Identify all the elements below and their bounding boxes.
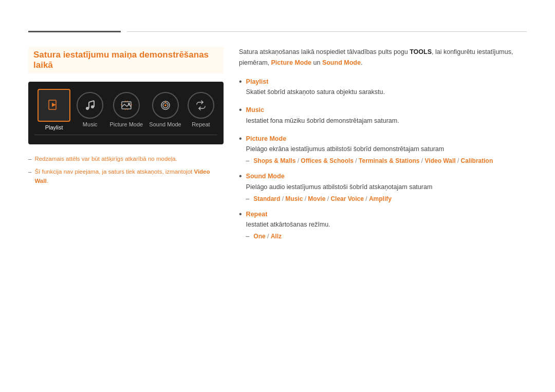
player-divider <box>34 135 217 135</box>
repeat-icon-circle <box>188 92 214 119</box>
picture-mode-options: Shops & Malls / Offices & Schools / Term… <box>253 156 493 165</box>
bullet-list: • Playlist Skatiet šobrīd atskaņoto satu… <box>239 77 527 241</box>
player-icons: Playlist Musi <box>34 89 217 130</box>
option-allz: Allz <box>271 233 282 240</box>
option-terminals: Terminals & Stations <box>359 157 419 164</box>
repeat-label: Repeat <box>192 121 210 127</box>
option-shops-malls: Shops & Malls <box>253 157 295 164</box>
bullet-picture-mode: • Picture Mode Pielágo ekrāna iestatījum… <box>239 134 527 166</box>
svg-point-11 <box>164 104 166 106</box>
player-widget: Playlist Musi <box>28 82 224 144</box>
option-movie: Movie <box>308 195 325 202</box>
option-offices-schools: Offices & Schools <box>301 157 354 164</box>
notes-section: – Redzamais attēls var būt atšķirīgs atk… <box>28 155 224 185</box>
music-title: Music <box>246 105 527 115</box>
picture-mode-icon <box>120 99 133 111</box>
bullet-dot-1: • <box>239 78 242 100</box>
bullet-dot-4: • <box>239 172 242 203</box>
sound-label: Sound Mode <box>149 121 181 127</box>
note-item-2: – Šī funkcija nav pieejama, ja saturs ti… <box>28 167 224 185</box>
option-standard: Standard <box>253 195 280 202</box>
bullet-playlist: • Playlist Skatiet šobrīd atskaņoto satu… <box>239 77 527 100</box>
player-item-sound[interactable]: Sound Mode <box>149 92 181 127</box>
note-item-1: – Redzamais attēls var būt atšķirīgs atk… <box>28 155 224 163</box>
bullet-dot-5: • <box>239 210 242 241</box>
two-col-layout: Satura iestatījumu maiņa demonstrēšanas … <box>28 47 527 247</box>
svg-marker-1 <box>52 103 56 107</box>
sub-dash-4: – <box>246 194 250 203</box>
playlist-icon <box>47 98 61 113</box>
sound-mode-ref: Sound Mode <box>322 59 361 66</box>
note-text-1: Redzamais attēls var būt atšķirīgs atkar… <box>34 155 177 163</box>
intro-text: Satura atskaņošanas laikā nospiediet tāl… <box>239 47 527 69</box>
top-rule-left <box>28 31 121 32</box>
left-column: Satura iestatījumu maiņa demonstrēšanas … <box>28 47 224 247</box>
bullet-content-picture: Picture Mode Pielágo ekrāna iestatījumus… <box>246 134 527 166</box>
sound-icon-circle <box>152 92 179 119</box>
player-item-music[interactable]: Music <box>77 92 103 127</box>
picture-mode-desc: Pielágo ekrāna iestatījumus atbilstoši š… <box>246 144 527 154</box>
bullet-dot-3: • <box>239 135 242 166</box>
sound-mode-desc: Pielágo audio iestatījumus atbilstoši šo… <box>246 182 527 192</box>
repeat-icon <box>195 99 207 111</box>
sound-mode-title: Sound Mode <box>246 172 527 181</box>
svg-point-8 <box>128 103 130 105</box>
top-rule-right <box>127 31 527 32</box>
section-title: Satura iestatījumu maiņa demonstrēšanas … <box>28 47 224 73</box>
svg-line-6 <box>89 101 94 102</box>
right-column: Satura atskaņošanas laikā nospiediet tāl… <box>239 47 527 247</box>
note-text-2: Šī funkcija nav pieejama, ja saturs tiek… <box>34 167 224 185</box>
player-item-repeat[interactable]: Repeat <box>188 92 214 127</box>
picture-icon-circle <box>113 92 140 119</box>
bullet-sound-mode: • Sound Mode Pielágo audio iestatījumus … <box>239 172 527 203</box>
bullet-content-repeat: Repeat Iestatiet atkārtošanas režīmu. – … <box>246 210 527 241</box>
sound-mode-icon <box>159 99 172 111</box>
music-desc: Iestatiet fona mūziku šobrīd demonstrēta… <box>246 116 527 126</box>
option-one: One <box>253 233 265 240</box>
option-calibration: Calibration <box>461 157 493 164</box>
music-icon <box>84 99 96 111</box>
picture-mode-ref: Picture Mode <box>271 59 312 66</box>
playlist-label: Playlist <box>45 124 63 130</box>
sub-dash-5: – <box>246 232 250 241</box>
option-amplify: Amplify <box>369 195 392 202</box>
bullet-repeat: • Repeat Iestatiet atkārtošanas režīmu. … <box>239 210 527 241</box>
player-item-picture[interactable]: Picture Mode <box>109 92 143 127</box>
music-label: Music <box>83 121 98 127</box>
video-wall-link[interactable]: Video Wall <box>34 169 210 183</box>
repeat-title: Repeat <box>246 210 527 219</box>
picture-mode-sub: – Shops & Malls / Offices & Schools / Te… <box>246 156 527 165</box>
top-rule <box>28 31 527 32</box>
music-icon-circle <box>77 92 103 119</box>
playlist-title: Playlist <box>246 77 527 87</box>
option-video-wall: Video Wall <box>425 157 456 164</box>
bullet-dot-2: • <box>239 106 242 128</box>
page-container: Satura iestatījumu maiņa demonstrēšanas … <box>0 0 555 268</box>
option-clear-voice: Clear Voice <box>330 195 363 202</box>
bullet-content-playlist: Playlist Skatiet šobrīd atskaņoto satura… <box>246 77 527 100</box>
bullet-content-music: Music Iestatiet fona mūziku šobrīd demon… <box>246 105 527 128</box>
option-music: Music <box>285 195 303 202</box>
note-dash-2: – <box>28 167 31 185</box>
repeat-sub: – One / Allz <box>246 232 527 241</box>
playlist-box <box>38 89 70 122</box>
playlist-desc: Skatiet šobrīd atskaņoto satura objektu … <box>246 87 527 97</box>
repeat-options: One / Allz <box>253 232 282 241</box>
note-dash-1: – <box>28 155 31 163</box>
bullet-music: • Music Iestatiet fona mūziku šobrīd dem… <box>239 105 527 128</box>
sound-mode-options: Standard / Music / Movie / Clear Voice /… <box>253 194 392 203</box>
repeat-desc: Iestatiet atkārtošanas režīmu. <box>246 220 527 230</box>
sound-mode-sub: – Standard / Music / Movie / Clear Voice… <box>246 194 527 203</box>
picture-label: Picture Mode <box>109 121 143 127</box>
tools-bold: TOOLS <box>410 48 432 55</box>
sub-dash-3: – <box>246 156 250 165</box>
picture-mode-title: Picture Mode <box>246 134 527 144</box>
bullet-content-sound: Sound Mode Pielágo audio iestatījumus at… <box>246 172 527 203</box>
player-item-playlist[interactable]: Playlist <box>38 89 70 130</box>
